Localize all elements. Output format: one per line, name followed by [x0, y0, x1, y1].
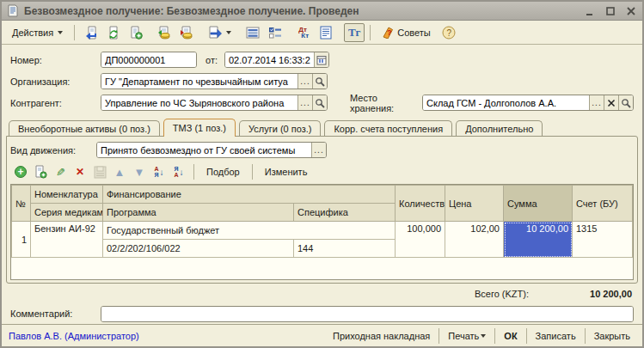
print-invoice-button[interactable]: Приходная накладная: [328, 329, 435, 343]
copy-document-button[interactable]: [126, 23, 146, 42]
goto-menu-button[interactable]: [205, 23, 235, 42]
registers-report-icon: [319, 26, 333, 40]
edit-row-button[interactable]: ✎: [52, 163, 69, 180]
delete-row-button[interactable]: ✕: [71, 163, 89, 180]
pick-button[interactable]: Подбор: [200, 162, 246, 181]
registers-report-button[interactable]: [316, 23, 336, 42]
organization-input[interactable]: [101, 74, 297, 89]
end-edit-button[interactable]: [91, 163, 108, 180]
tab-corr-accounts[interactable]: Корр. счета поступления: [324, 120, 452, 137]
toolbar-separator: [370, 25, 371, 40]
refresh-button[interactable]: [103, 23, 124, 42]
organization-select-button[interactable]: ...: [297, 74, 312, 89]
document-movements-button[interactable]: [242, 23, 263, 42]
save-button[interactable]: Записать: [531, 329, 581, 343]
reread-button[interactable]: [80, 23, 101, 42]
cell-account[interactable]: 1315: [573, 222, 633, 258]
tab-page-tmz: Вид движения: ... + ✎ ✕ ▲ ▼ АЯ↓ ЯА↓: [6, 136, 638, 284]
status-bar: Павлов А.В. (Администратор) Приходная на…: [2, 324, 642, 346]
tab-additional[interactable]: Дополнительно: [456, 120, 543, 137]
unpost-document-button[interactable]: [176, 23, 197, 42]
movement-kind-input[interactable]: [97, 143, 311, 157]
close-form-button[interactable]: Закрыть: [589, 329, 635, 343]
post-document-button[interactable]: [154, 23, 175, 42]
table-row: 1 Бензин АИ-92 Государственный бюджет 10…: [12, 222, 633, 240]
end-edit-icon: [94, 166, 107, 179]
actions-menu-button[interactable]: Действия: [6, 23, 69, 42]
col-header-specifics[interactable]: Специфика: [294, 204, 396, 222]
col-header-price[interactable]: Цена: [445, 186, 504, 222]
document-window: Безвозмездное получение: Безвозмездное п…: [0, 0, 644, 348]
copy-row-button[interactable]: [32, 163, 49, 180]
col-header-sum[interactable]: Сумма: [504, 186, 573, 222]
move-row-down-button[interactable]: ▼: [131, 163, 148, 180]
edit-pencil-icon: ✎: [56, 166, 65, 179]
cell-nomenclature[interactable]: Бензин АИ-92: [31, 222, 103, 258]
movements-check-icon: [268, 26, 282, 40]
tab-tmz[interactable]: ТМЗ (1 поз.): [163, 119, 236, 137]
cell-sum-selected[interactable]: 10 200,00: [504, 222, 573, 258]
sort-descending-button[interactable]: ЯА↓: [170, 163, 187, 180]
col-header-program[interactable]: Программа: [103, 204, 294, 222]
arrow-down-icon: ▼: [134, 166, 145, 179]
ok-button[interactable]: ОК: [499, 329, 522, 343]
description-button[interactable]: Тг: [344, 23, 365, 42]
statusbar-separator: [439, 328, 439, 344]
post-document-icon: [157, 26, 171, 40]
number-input[interactable]: [101, 52, 196, 67]
cell-num[interactable]: 1: [12, 222, 31, 258]
close-button[interactable]: [625, 5, 637, 17]
col-header-quantity[interactable]: Количество: [396, 186, 445, 222]
cell-financing[interactable]: Государственный бюджет: [103, 222, 396, 240]
copy-row-icon: [34, 165, 47, 179]
contragent-input[interactable]: [101, 95, 297, 110]
cell-specifics[interactable]: 144: [294, 240, 396, 258]
cell-program[interactable]: 02/2/202/106/022: [103, 240, 294, 258]
storage-input[interactable]: [423, 95, 589, 110]
cell-quantity[interactable]: 100,000: [396, 222, 445, 258]
date-input[interactable]: [225, 52, 314, 67]
maximize-button[interactable]: [604, 5, 616, 17]
col-header-num[interactable]: №: [12, 186, 31, 222]
dtkt-icon: ДтКт: [298, 27, 309, 39]
main-toolbar: Действия ДтКт: [2, 21, 642, 45]
contragent-select-button[interactable]: ...: [297, 95, 312, 110]
storage-label: Место хранения:: [350, 93, 422, 113]
move-row-up-button[interactable]: ▲: [111, 163, 128, 180]
number-label: Номер:: [10, 55, 101, 65]
col-header-financing[interactable]: Финансирование: [103, 186, 396, 204]
cell-price[interactable]: 102,00: [445, 222, 504, 258]
sort-ascending-button[interactable]: АЯ↓: [150, 163, 168, 180]
grid-toolbar-separator: [252, 164, 253, 180]
comment-input[interactable]: [101, 307, 633, 321]
help-button[interactable]: ?: [439, 23, 459, 42]
calendar-button[interactable]: [314, 52, 328, 67]
organization-open-button[interactable]: [312, 74, 327, 89]
grid-toolbar-separator: [193, 164, 194, 180]
print-label: Печать: [448, 331, 479, 341]
col-header-nomenclature[interactable]: Номенклатура: [31, 186, 103, 204]
col-header-series[interactable]: Серия медикаментов: [31, 204, 103, 222]
clear-icon: [607, 99, 616, 107]
movement-kind-select-button[interactable]: ...: [311, 143, 326, 157]
movements-settings-button[interactable]: [265, 23, 285, 42]
storage-open-button[interactable]: [618, 95, 633, 110]
minimize-button[interactable]: [584, 5, 596, 17]
add-row-button[interactable]: +: [12, 163, 29, 180]
tab-services[interactable]: Услуги (0 поз.): [239, 120, 321, 137]
document-icon: [7, 4, 19, 17]
storage-clear-button[interactable]: [604, 95, 618, 110]
arrow-up-icon: ▲: [114, 166, 126, 179]
chevron-down-icon: [226, 31, 231, 34]
storage-select-button[interactable]: ...: [589, 95, 604, 110]
advice-button[interactable]: ? Советы: [376, 23, 436, 42]
postings-dtkt-button[interactable]: ДтКт: [293, 23, 314, 42]
magnifier-icon: [315, 98, 325, 108]
col-header-account[interactable]: Счет (БУ): [573, 186, 633, 222]
movements-list-icon: [246, 26, 260, 40]
tab-fixed-assets[interactable]: Внеоборотные активы (0 поз.): [9, 120, 160, 137]
print-menu-button[interactable]: Печать: [443, 329, 491, 343]
refresh-icon: [107, 26, 120, 40]
change-button[interactable]: Изменить: [259, 162, 314, 181]
contragent-open-button[interactable]: [312, 95, 327, 110]
